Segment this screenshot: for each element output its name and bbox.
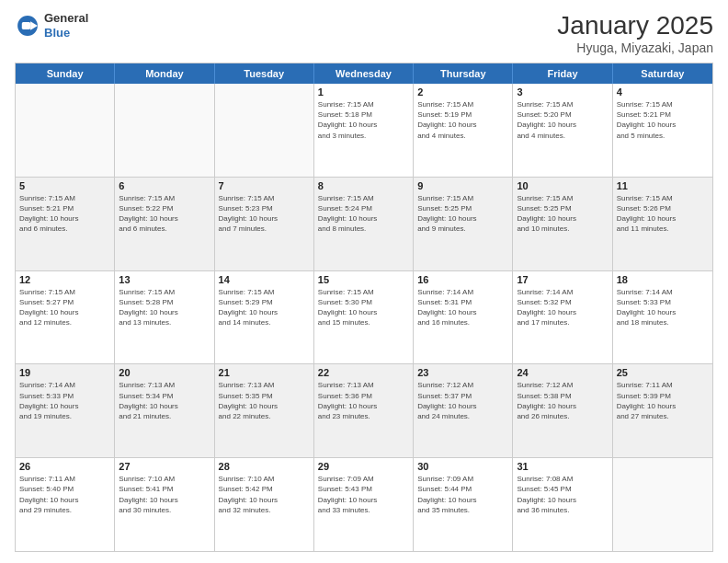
calendar-row-3: 12Sunrise: 7:15 AMSunset: 5:27 PMDayligh…: [16, 271, 712, 365]
day-number: 15: [318, 274, 409, 285]
day-info: Sunrise: 7:13 AMSunset: 5:35 PMDaylight:…: [219, 380, 310, 421]
calendar-cell: 23Sunrise: 7:12 AMSunset: 5:37 PMDayligh…: [414, 364, 513, 457]
day-info: Sunrise: 7:15 AMSunset: 5:19 PMDaylight:…: [417, 99, 508, 141]
calendar-header: SundayMondayTuesdayWednesdayThursdayFrid…: [16, 63, 712, 84]
day-number: 12: [19, 274, 110, 285]
calendar-cell: 21Sunrise: 7:13 AMSunset: 5:35 PMDayligh…: [215, 364, 314, 457]
calendar-cell: 31Sunrise: 7:08 AMSunset: 5:45 PMDayligh…: [513, 458, 612, 551]
calendar-cell: 3Sunrise: 7:15 AMSunset: 5:20 PMDaylight…: [513, 84, 612, 177]
calendar-cell: 29Sunrise: 7:09 AMSunset: 5:43 PMDayligh…: [314, 458, 414, 551]
weekday-header-saturday: Saturday: [613, 63, 712, 84]
svg-rect-2: [22, 22, 30, 29]
calendar-subtitle: Hyuga, Miyazaki, Japan: [557, 40, 713, 55]
calendar-cell: 22Sunrise: 7:13 AMSunset: 5:36 PMDayligh…: [314, 364, 414, 457]
calendar-cell: 6Sunrise: 7:15 AMSunset: 5:22 PMDaylight…: [115, 178, 214, 270]
day-info: Sunrise: 7:12 AMSunset: 5:38 PMDaylight:…: [517, 380, 608, 421]
day-info: Sunrise: 7:15 AMSunset: 5:18 PMDaylight:…: [318, 99, 409, 141]
weekday-header-wednesday: Wednesday: [314, 63, 414, 84]
day-number: 24: [517, 367, 608, 378]
day-number: 3: [517, 86, 608, 98]
day-info: Sunrise: 7:15 AMSunset: 5:22 PMDaylight:…: [119, 193, 210, 235]
day-number: 16: [417, 274, 508, 285]
calendar-cell: 9Sunrise: 7:15 AMSunset: 5:25 PMDaylight…: [414, 178, 513, 270]
day-info: Sunrise: 7:15 AMSunset: 5:20 PMDaylight:…: [517, 99, 608, 141]
calendar-cell: 8Sunrise: 7:15 AMSunset: 5:24 PMDaylight…: [314, 178, 414, 270]
calendar-cell: 15Sunrise: 7:15 AMSunset: 5:30 PMDayligh…: [314, 271, 414, 364]
calendar: SundayMondayTuesdayWednesdayThursdayFrid…: [15, 63, 713, 552]
day-number: 4: [617, 86, 709, 98]
calendar-cell: 12Sunrise: 7:15 AMSunset: 5:27 PMDayligh…: [16, 271, 115, 364]
calendar-cell: 26Sunrise: 7:11 AMSunset: 5:40 PMDayligh…: [16, 458, 115, 551]
day-number: 21: [219, 367, 310, 378]
day-info: Sunrise: 7:11 AMSunset: 5:39 PMDaylight:…: [617, 380, 709, 421]
calendar-row-2: 5Sunrise: 7:15 AMSunset: 5:21 PMDaylight…: [16, 178, 712, 271]
calendar-cell: 10Sunrise: 7:15 AMSunset: 5:25 PMDayligh…: [513, 178, 612, 270]
day-number: 17: [517, 274, 608, 285]
calendar-cell: 7Sunrise: 7:15 AMSunset: 5:23 PMDaylight…: [215, 178, 314, 270]
calendar-cell: 4Sunrise: 7:15 AMSunset: 5:21 PMDaylight…: [613, 84, 712, 177]
day-number: 14: [219, 274, 310, 285]
day-info: Sunrise: 7:14 AMSunset: 5:33 PMDaylight:…: [617, 287, 709, 328]
day-info: Sunrise: 7:15 AMSunset: 5:21 PMDaylight:…: [19, 193, 110, 235]
calendar-cell: 20Sunrise: 7:13 AMSunset: 5:34 PMDayligh…: [115, 364, 214, 457]
day-info: Sunrise: 7:15 AMSunset: 5:24 PMDaylight:…: [318, 193, 409, 235]
calendar-cell: 25Sunrise: 7:11 AMSunset: 5:39 PMDayligh…: [613, 364, 712, 457]
calendar-cell: 19Sunrise: 7:14 AMSunset: 5:33 PMDayligh…: [16, 364, 115, 457]
day-info: Sunrise: 7:13 AMSunset: 5:34 PMDaylight:…: [119, 380, 210, 421]
day-info: Sunrise: 7:10 AMSunset: 5:42 PMDaylight:…: [219, 474, 310, 515]
logo-general: General: [44, 11, 88, 26]
day-number: 1: [318, 86, 409, 98]
day-info: Sunrise: 7:11 AMSunset: 5:40 PMDaylight:…: [19, 474, 110, 515]
header: General Blue January 2025 Hyuga, Miyazak…: [15, 11, 713, 55]
day-number: 7: [219, 180, 310, 191]
day-number: 18: [617, 274, 709, 285]
calendar-body: 1Sunrise: 7:15 AMSunset: 5:18 PMDaylight…: [16, 84, 712, 551]
calendar-cell: 2Sunrise: 7:15 AMSunset: 5:19 PMDaylight…: [414, 84, 513, 177]
day-info: Sunrise: 7:15 AMSunset: 5:25 PMDaylight:…: [417, 193, 508, 235]
day-info: Sunrise: 7:08 AMSunset: 5:45 PMDaylight:…: [517, 474, 608, 515]
calendar-cell: 14Sunrise: 7:15 AMSunset: 5:29 PMDayligh…: [215, 271, 314, 364]
day-number: 6: [119, 180, 210, 191]
day-number: 27: [119, 461, 210, 472]
calendar-cell: 11Sunrise: 7:15 AMSunset: 5:26 PMDayligh…: [613, 178, 712, 270]
day-info: Sunrise: 7:15 AMSunset: 5:29 PMDaylight:…: [219, 287, 310, 328]
day-number: 13: [119, 274, 210, 285]
day-info: Sunrise: 7:14 AMSunset: 5:33 PMDaylight:…: [19, 380, 110, 421]
page: General Blue January 2025 Hyuga, Miyazak…: [0, 0, 728, 563]
day-info: Sunrise: 7:15 AMSunset: 5:28 PMDaylight:…: [119, 287, 210, 328]
title-block: January 2025 Hyuga, Miyazaki, Japan: [557, 11, 713, 55]
calendar-cell: 16Sunrise: 7:14 AMSunset: 5:31 PMDayligh…: [414, 271, 513, 364]
day-info: Sunrise: 7:15 AMSunset: 5:23 PMDaylight:…: [219, 193, 310, 235]
calendar-cell: [613, 458, 712, 551]
day-number: 30: [417, 461, 508, 472]
calendar-cell: 18Sunrise: 7:14 AMSunset: 5:33 PMDayligh…: [613, 271, 712, 364]
calendar-cell: 28Sunrise: 7:10 AMSunset: 5:42 PMDayligh…: [215, 458, 314, 551]
day-number: 9: [417, 180, 508, 191]
day-number: 20: [119, 367, 210, 378]
logo-text: General Blue: [44, 11, 88, 40]
day-number: 31: [517, 461, 608, 472]
day-info: Sunrise: 7:09 AMSunset: 5:43 PMDaylight:…: [318, 474, 409, 515]
calendar-cell: 13Sunrise: 7:15 AMSunset: 5:28 PMDayligh…: [115, 271, 214, 364]
day-info: Sunrise: 7:15 AMSunset: 5:25 PMDaylight:…: [517, 193, 608, 235]
day-number: 10: [517, 180, 608, 191]
calendar-cell: [115, 84, 214, 177]
weekday-header-friday: Friday: [513, 63, 612, 84]
calendar-cell: 1Sunrise: 7:15 AMSunset: 5:18 PMDaylight…: [314, 84, 414, 177]
calendar-row-5: 26Sunrise: 7:11 AMSunset: 5:40 PMDayligh…: [16, 458, 712, 551]
day-info: Sunrise: 7:13 AMSunset: 5:36 PMDaylight:…: [318, 380, 409, 421]
weekday-header-monday: Monday: [115, 63, 214, 84]
day-number: 28: [219, 461, 310, 472]
calendar-cell: 24Sunrise: 7:12 AMSunset: 5:38 PMDayligh…: [513, 364, 612, 457]
calendar-row-1: 1Sunrise: 7:15 AMSunset: 5:18 PMDaylight…: [16, 84, 712, 178]
logo: General Blue: [15, 11, 88, 40]
day-number: 8: [318, 180, 409, 191]
weekday-header-sunday: Sunday: [16, 63, 115, 84]
day-number: 25: [617, 367, 709, 378]
calendar-title: January 2025: [557, 11, 713, 40]
weekday-header-tuesday: Tuesday: [215, 63, 314, 84]
logo-icon: [15, 13, 40, 39]
calendar-cell: [16, 84, 115, 177]
day-info: Sunrise: 7:15 AMSunset: 5:26 PMDaylight:…: [617, 193, 709, 235]
day-number: 11: [617, 180, 709, 191]
